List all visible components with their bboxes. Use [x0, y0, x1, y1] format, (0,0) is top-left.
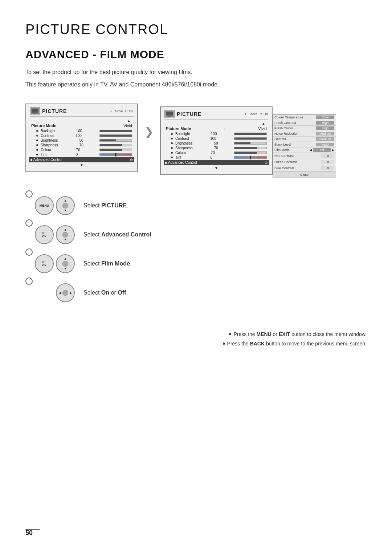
colour-label-right: Colour: [175, 151, 186, 155]
advanced-bullet-left: ⊙: [130, 158, 133, 162]
steps-section: MENU ▲ ▼ Select PICTURE. ⊙OK ▲: [25, 196, 367, 302]
mode-label-right: Picture Mode: [166, 126, 191, 131]
settings-noise-reduction: Noise Reduction Medium: [273, 131, 336, 137]
noise-reduction-label: Noise Reduction: [274, 132, 316, 135]
backlight-label-right: Backlight: [175, 132, 190, 136]
fresh-contrast-label: Fresh Contrast: [274, 121, 316, 125]
tv-body-left: ▲ Picture Mode : Vivid Backlight 100 Con…: [30, 118, 134, 168]
tv-body-right: ▲ Picture Mode : Vivid Backlight 100 Con…: [164, 121, 268, 171]
row-sharpness-left: Sharpness 70: [30, 143, 134, 147]
step-1-prefix: Select: [83, 202, 101, 208]
step-4-num: [25, 278, 33, 285]
tv-title-right: PICTURE: [177, 111, 201, 117]
contrast-label-right: Contrast: [175, 137, 189, 141]
center-dot-4: [62, 290, 68, 296]
step-3-suffix: .: [130, 260, 131, 267]
film-arrow-right[interactable]: ▶: [332, 148, 334, 152]
step-2-prefix: Select: [83, 231, 101, 238]
fresh-colour-label: Fresh Colour: [274, 126, 316, 130]
ok-button-2[interactable]: ⊙OK: [35, 225, 54, 244]
colour-val-left: 70: [69, 148, 80, 152]
tint-bar-left: [99, 153, 132, 156]
black-level-value: Auto: [316, 143, 334, 146]
contrast-bar-left: [99, 134, 132, 137]
note-1-text: Press the MENU or EXIT button to close t…: [233, 331, 367, 337]
tint-val-right: 0: [201, 155, 212, 159]
step-4-suffix: .: [126, 289, 127, 296]
nav-top-1: ▲: [64, 199, 67, 202]
settings-close-row[interactable]: Close: [273, 171, 336, 178]
settings-red-contrast: Red Contrast 0: [273, 153, 336, 159]
down-arrow-left: ▼: [30, 163, 134, 167]
sharpness-val-left: 70: [73, 143, 83, 147]
green-contrast-value: 0: [322, 160, 334, 164]
up-arrow-left: ▲: [30, 119, 134, 123]
main-title: PICTURE CONTROL: [25, 22, 367, 37]
step-2-num: [25, 219, 33, 227]
note-2-bullet: [223, 343, 225, 345]
svg-rect-5: [168, 116, 171, 117]
film-mode-controls: ◀ Off ▶: [310, 148, 334, 152]
note-2-text: Press the BACK button to move to the pre…: [227, 341, 367, 347]
step-4-icons: ◀ ▶: [25, 283, 75, 302]
row-colour-left: Colour 70: [30, 147, 134, 152]
red-contrast-label: Red Contrast: [274, 154, 322, 158]
mode-label-left: Picture Mode: [31, 123, 56, 128]
mode-row-right: Picture Mode : Vivid: [164, 126, 268, 131]
nav-ok-label: ⊙ OK: [125, 109, 134, 113]
colour-label-left: Colour: [41, 148, 51, 152]
contrast-label-left: Contrast: [41, 134, 54, 138]
row-backlight-right: Backlight 100: [164, 131, 268, 136]
tint-bar-right: [234, 156, 267, 159]
nav-button-1[interactable]: ▲ ▼: [56, 196, 75, 215]
nav-button-2[interactable]: ▲ ▼: [56, 225, 75, 244]
film-arrow-left[interactable]: ◀: [310, 148, 312, 152]
backlight-bar-right: [234, 133, 267, 135]
green-contrast-label: Green Contrast: [274, 160, 322, 164]
tv-screen-left: PICTURE ✦ Move ⊙ OK ▲ Picture Mode : Viv…: [25, 104, 138, 172]
nav-move-icon-right: ✦: [244, 112, 247, 116]
step-3-text: Select Film Mode.: [83, 260, 131, 267]
settings-colour-temp: Colour Temperature Cool: [273, 115, 336, 120]
nav-move-label-right: Move: [249, 112, 257, 116]
up-arrow-right: ▲: [164, 122, 268, 126]
film-mode-label: Film Mode: [274, 148, 310, 152]
gamma-value: Medium: [316, 137, 334, 141]
step-1-num: [25, 190, 33, 198]
step-2-bold: Advanced Control: [101, 231, 151, 238]
sharpness-label-right: Sharpness: [175, 146, 193, 150]
step-2-row: ⊙OK ▲ ▼ Select Advanced Control.: [25, 225, 367, 244]
tint-label-right: Tint: [175, 155, 181, 159]
red-contrast-value: 0: [322, 154, 334, 158]
row-brightness-right: Brightness 50: [164, 141, 268, 146]
row-contrast-right: Contrast 100: [164, 136, 268, 141]
step-2-suffix: .: [151, 231, 153, 238]
svg-rect-1: [32, 109, 38, 113]
menu-button-1[interactable]: MENU: [35, 196, 54, 215]
step-3-num: [25, 248, 33, 256]
note-1: Press the MENU or EXIT button to close t…: [25, 331, 367, 337]
ok-button-3[interactable]: ⊙OK: [35, 254, 54, 273]
step-3-bold: Film Mode: [101, 260, 130, 267]
row-sharpness-right: Sharpness 70: [164, 146, 268, 150]
tv-icon-right: [164, 110, 175, 118]
step-3-icons: ⊙OK ▲ ▼: [25, 254, 75, 273]
svg-rect-4: [166, 112, 173, 116]
section-title: ADVANCED - FILM MODE: [25, 48, 367, 61]
tv-header-right: PICTURE ✦ Move ⊙ OK: [164, 110, 268, 119]
step-2-icons: ⊙OK ▲ ▼: [25, 225, 75, 244]
step-2-text: Select Advanced Control.: [83, 231, 153, 238]
screen-left-wrapper: PICTURE ✦ Move ⊙ OK ▲ Picture Mode : Viv…: [25, 104, 138, 172]
tv-icon-left: [30, 107, 40, 115]
row-backlight-left: Backlight 100: [30, 129, 134, 133]
colour-bar-left: [99, 149, 132, 151]
page-number: 50: [25, 529, 33, 537]
tint-val-left: 0: [67, 153, 78, 157]
nav-button-4[interactable]: ◀ ▶: [56, 283, 75, 302]
settings-blue-contrast: Blue Contrast 0: [273, 165, 336, 171]
settings-panel: Colour Temperature Cool Fresh Contrast H…: [273, 114, 336, 178]
nav-button-3[interactable]: ▲ ▼: [56, 254, 75, 273]
note-2: Press the BACK button to move to the pre…: [25, 341, 367, 347]
settings-black-level: Black Level Auto: [273, 142, 336, 147]
tint-label-left: Tint: [41, 153, 46, 157]
